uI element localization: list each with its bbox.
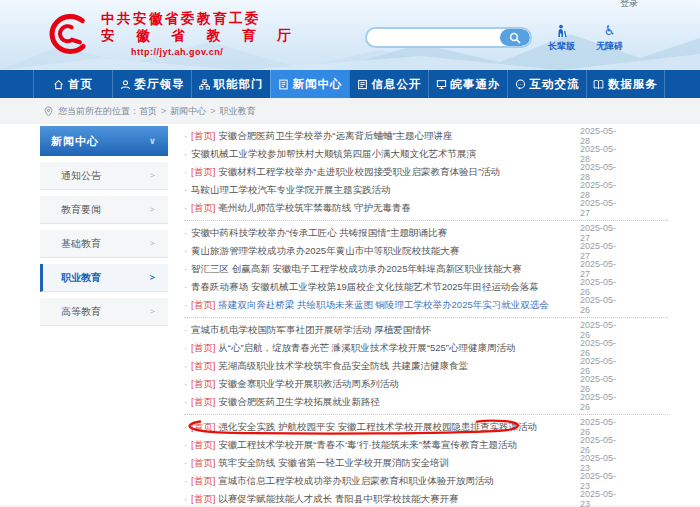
news-title-link[interactable]: 宣城市机电学校国防军事社团开展研学活动 厚植爱国情怀	[191, 324, 431, 337]
elder-version-link[interactable]: 长辈版	[548, 24, 575, 53]
bullet-dot: ·	[184, 458, 191, 469]
news-title-link[interactable]: 强化安全实践 护航校园平安 安徽工程技术学校开展校园隐患排查实践课活动	[218, 421, 537, 434]
login-link[interactable]: 登录	[620, 0, 638, 10]
news-row[interactable]: · [首页] 安徽合肥医药卫生学校举办“远离背后蛐蛐”主题心理讲座 2025-0…	[184, 127, 668, 145]
news-title-link[interactable]: 筑牢安全防线 安徽省第一轻工业学校开展消防安全培训	[218, 457, 449, 470]
sidebar-item-vocational-education[interactable]: 职业教育 ＞	[40, 264, 168, 292]
bullet-dot: ·	[184, 185, 191, 196]
news-row[interactable]: · [首页] 安徽材料工程学校举办“走进职业校园接受职业启蒙教育体验日”活动 2…	[184, 163, 668, 181]
news-row[interactable]: · [首页] 安徽工程技术学校开展“青春不‘毒’行·技能筑未来”禁毒宣传教育主题…	[184, 436, 668, 454]
sidebar-item-higher-education[interactable]: 高等教育 ＞	[40, 298, 168, 326]
news-title-link[interactable]: 宣城市信息工程学校成功举办职业启蒙教育和职业体验开放周活动	[218, 475, 494, 488]
news-row[interactable]: · [首页] 强化安全实践 护航校园平安 安徽工程技术学校开展校园隐患排查实践课…	[184, 418, 668, 436]
news-title-link[interactable]: 以赛促学赋能技能人才成长 青阳县中职学校技能大赛开赛	[218, 493, 458, 506]
content-area: 新闻中心 ∨ 通知公告 ＞ 教育要闻 ＞ 基础教育 ＞ 职业教育 ＞ 高等教育 …	[0, 124, 700, 505]
news-title-link[interactable]: 搭建双向奔赴桥梁 共绘职场未来蓝图 铜陵理工学校举办2025年实习就业双选会	[218, 299, 548, 312]
news-date: 2025-05-26	[580, 356, 626, 376]
news-row[interactable]: · 安徽中药科技学校举办“传承工匠心 共铸报国情”主题朗诵比赛 2025-05-…	[184, 224, 668, 242]
news-list: · [首页] 安徽合肥医药卫生学校举办“远离背后蛐蛐”主题心理讲座 2025-0…	[184, 126, 668, 505]
sidebar-item-notices[interactable]: 通知公告 ＞	[40, 162, 168, 190]
news-row[interactable]: · [首页] 安徽金寨职业学校开展职教活动周系列活动 2025-05-26	[184, 375, 668, 393]
nav-item-wanshitong[interactable]: 皖事通办	[428, 70, 507, 98]
sidebar-item-label: 职业教育	[61, 271, 101, 285]
front-page-tag: [首页]	[191, 475, 215, 488]
breadcrumb-vocational-education[interactable]: 职业教育	[220, 105, 256, 118]
accessibility-label: 无障碍	[596, 40, 623, 53]
news-title-link[interactable]: 芜湖高级职业技术学校筑牢食品安全防线 共建廉洁健康食堂	[218, 360, 468, 373]
news-title-link[interactable]: 亳州幼儿师范学校筑牢禁毒防线 守护无毒青春	[218, 202, 411, 215]
news-row[interactable]: · 安徽机械工业学校参加帮扶村大顺镇第四届小满大顺文化艺术节展演 2025-05…	[184, 145, 668, 163]
news-title-link[interactable]: 安徽机械工业学校参加帮扶村大顺镇第四届小满大顺文化艺术节展演	[191, 148, 476, 161]
chevron-down-icon: ∨	[149, 136, 157, 146]
news-row[interactable]: · 黄山旅游管理学校成功承办2025年黄山市中等职业院校技能大赛 2025-05…	[184, 242, 668, 260]
site-logo-icon	[44, 10, 94, 58]
news-title-link[interactable]: 智汇三区 创赢高新 安徽电子工程学校成功承办2025年蚌埠高新区职业技能大赛	[191, 263, 521, 276]
news-row[interactable]: · [首页] 安徽合肥医药卫生学校拓展就业新路径 2025-05-26	[184, 393, 668, 411]
sidebar-header-news-center[interactable]: 新闻中心 ∨	[40, 126, 168, 156]
site-header: 登录 中共安徽省委教育工委 安 徽 省 教 育 厅 http://jyt.ah.…	[0, 0, 700, 70]
news-date: 2025-05-28	[580, 180, 626, 200]
wheelchair-icon: ♿	[604, 24, 616, 38]
news-date: 2025-05-28	[580, 162, 626, 182]
nav-item-departments[interactable]: 职能部门	[191, 70, 270, 98]
news-title-link[interactable]: 马鞍山理工学校汽车专业学院开展主题实践活动	[191, 184, 391, 197]
news-row[interactable]: · [首页] 筑牢安全防线 安徽省第一轻工业学校开展消防安全培训 2025-05…	[184, 454, 668, 472]
search-input[interactable]	[367, 29, 500, 46]
news-title-link[interactable]: 安徽工程技术学校开展“青春不‘毒’行·技能筑未来”禁毒宣传教育主题活动	[218, 439, 517, 452]
sidebar-item-education-news[interactable]: 教育要闻 ＞	[40, 196, 168, 224]
news-row[interactable]: · [首页] 以赛促学赋能技能人才成长 青阳县中职学校技能大赛开赛 2025-0…	[184, 490, 668, 507]
monitor-icon	[436, 79, 447, 90]
news-date: 2025-05-28	[580, 144, 626, 164]
sidebar-title: 新闻中心	[51, 134, 99, 149]
news-title-link[interactable]: 黄山旅游管理学校成功承办2025年黄山市中等职业院校技能大赛	[191, 245, 459, 258]
org-title-line2: 安 徽 省 教 育 厅	[101, 27, 300, 45]
news-row[interactable]: · [首页] 宣城市信息工程学校成功举办职业启蒙教育和职业体验开放周活动 202…	[184, 472, 668, 490]
news-title-link[interactable]: 安徽合肥医药卫生学校举办“远离背后蛐蛐”主题心理讲座	[218, 130, 452, 143]
chevron-right-icon: ＞	[148, 169, 157, 182]
bullet-dot: ·	[184, 379, 191, 390]
breadcrumb-news-center[interactable]: 新闻中心	[170, 105, 206, 118]
bullet-dot: ·	[184, 494, 191, 505]
nav-label: 职能部门	[214, 77, 264, 92]
nav-item-data-services[interactable]: 数据服务	[586, 70, 665, 98]
sidebar-item-label: 基础教育	[61, 237, 101, 251]
news-title-link[interactable]: 安徽金寨职业学校开展职教活动周系列活动	[218, 378, 399, 391]
news-row[interactable]: · [首页] 亳州幼儿师范学校筑牢禁毒防线 守护无毒青春 2025-05-27	[184, 199, 668, 217]
news-title-link[interactable]: 从“心”启航，绽放青春光芒 濉溪职业技术学校开展“525”心理健康周活动	[218, 342, 515, 355]
news-group: · [首页] 强化安全实践 护航校园平安 安徽工程技术学校开展校园隐患排查实践课…	[184, 418, 668, 507]
nav-item-news-center[interactable]: 新闻中心	[270, 70, 349, 98]
nav-item-interaction[interactable]: 互动交流	[507, 70, 586, 98]
news-date: 2025-05-26	[580, 374, 626, 394]
breadcrumb-home[interactable]: 首页	[139, 105, 157, 118]
front-page-tag: [首页]	[191, 130, 215, 143]
news-row[interactable]: · [首页] 搭建双向奔赴桥梁 共绘职场未来蓝图 铜陵理工学校举办2025年实习…	[184, 296, 668, 314]
news-row[interactable]: · 青春跃动赛场 安徽机械工业学校第19届校企文化技能艺术节2025年田径运动会…	[184, 278, 668, 296]
location-pin-icon	[44, 106, 53, 117]
news-title-link[interactable]: 安徽材料工程学校举办“走进职业校园接受职业启蒙教育体验日”活动	[218, 166, 500, 179]
search-button[interactable]	[500, 29, 530, 46]
news-date: 2025-05-26	[580, 277, 626, 297]
news-row[interactable]: · [首页] 芜湖高级职业技术学校筑牢食品安全防线 共建廉洁健康食堂 2025-…	[184, 357, 668, 375]
chevron-right-icon: ＞	[148, 305, 157, 318]
bullet-dot: ·	[184, 167, 191, 178]
sidebar-item-basic-education[interactable]: 基础教育 ＞	[40, 230, 168, 258]
nav-item-info-disclosure[interactable]: 信息公开	[349, 70, 428, 98]
nav-item-home[interactable]: 首页	[33, 70, 112, 98]
nav-item-leaders[interactable]: 委厅领导	[112, 70, 191, 98]
accessibility-link[interactable]: ♿ 无障碍	[596, 24, 623, 53]
news-row[interactable]: · 马鞍山理工学校汽车专业学院开展主题实践活动 2025-05-28	[184, 181, 668, 199]
bullet-dot: ·	[184, 282, 191, 293]
news-row[interactable]: · [首页] 从“心”启航，绽放青春光芒 濉溪职业技术学校开展“525”心理健康…	[184, 339, 668, 357]
bullet-dot: ·	[184, 422, 191, 433]
news-date: 2025-05-27	[580, 241, 626, 261]
breadcrumb-separator: >	[161, 106, 166, 116]
news-title-link[interactable]: 安徽中药科技学校举办“传承工匠心 共铸报国情”主题朗诵比赛	[191, 227, 447, 240]
news-row[interactable]: · 智汇三区 创赢高新 安徽电子工程学校成功承办2025年蚌埠高新区职业技能大赛…	[184, 260, 668, 278]
news-date: 2025-05-26	[580, 417, 626, 437]
news-row[interactable]: · 宣城市机电学校国防军事社团开展研学活动 厚植爱国情怀 2025-05-26	[184, 321, 668, 339]
org-title-line1: 中共安徽省委教育工委	[101, 10, 300, 27]
news-title-link[interactable]: 安徽合肥医药卫生学校拓展就业新路径	[218, 396, 380, 409]
news-date: 2025-05-23	[580, 453, 626, 473]
book-icon	[593, 79, 604, 90]
news-title-link[interactable]: 青春跃动赛场 安徽机械工业学校第19届校企文化技能艺术节2025年田径运动会落幕	[191, 281, 539, 294]
